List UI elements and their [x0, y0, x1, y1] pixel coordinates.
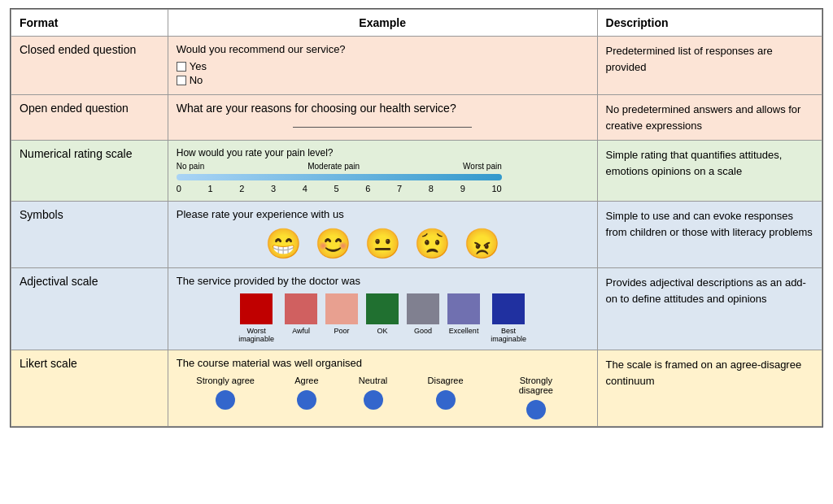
checkbox-no: No — [177, 74, 346, 86]
format-cell-symbols: Symbols — [11, 202, 168, 268]
scale-num-1: 1 — [208, 184, 213, 193]
example-cell-adjectival: The service provided by the doctor was W… — [168, 268, 597, 350]
format-label-likert: Likert scale — [20, 357, 77, 370]
color-box-item-0: Worst imaginable — [236, 293, 277, 343]
color-box-item-1: Awful — [285, 293, 317, 343]
open-example: What are your reasons for choosing our h… — [177, 102, 589, 128]
likert-circle-0 — [216, 390, 235, 410]
color-box-item-3: OK — [366, 293, 399, 343]
color-box-item-2: Poor — [325, 293, 358, 343]
desc-text-open: No predetermined answers and allows for … — [606, 103, 801, 132]
scale-num-0: 0 — [177, 184, 181, 193]
example-cell-closed: Would you recommend our service? Yes No — [168, 37, 597, 95]
scale-label-left: No pain — [177, 162, 204, 171]
checkbox-yes: Yes — [177, 60, 346, 72]
scale-label-row: No pain Moderate pain Worst pain — [177, 162, 502, 171]
desc-cell-open: No predetermined answers and allows for … — [597, 95, 822, 141]
color-label-2: Poor — [334, 327, 350, 335]
desc-cell-adjectival: Provides adjectival descriptions as an a… — [597, 268, 822, 350]
scale-numbers: 0 1 2 3 4 5 6 7 8 9 10 — [177, 184, 502, 193]
header-description: Description — [597, 10, 822, 37]
color-box-1 — [285, 293, 317, 324]
emoji-2: 😊 — [315, 227, 351, 261]
example-cell-likert: The course material was well organised S… — [168, 350, 597, 427]
closed-question: Would you recommend our service? — [177, 43, 346, 55]
likert-col-0: Strongly agree — [196, 376, 255, 419]
scale-track — [177, 174, 502, 180]
likert-circle-4 — [526, 400, 546, 419]
format-cell-open: Open ended question — [11, 95, 168, 141]
emoji-5: 😠 — [464, 227, 500, 261]
likert-question: The course material was well organised — [177, 357, 589, 369]
likert-col-2: Neutral — [359, 376, 387, 419]
likert-circle-3 — [436, 390, 456, 410]
emoji-3: 😐 — [364, 227, 401, 261]
likert-label-0: Strongly agree — [196, 376, 255, 385]
example-cell-numerical: How would you rate your pain level? No p… — [168, 141, 597, 202]
color-box-item-4: Good — [407, 293, 439, 343]
color-boxes-row: Worst imaginable Awful Poor — [177, 293, 589, 343]
likert-label-2: Neutral — [359, 376, 387, 385]
table-row: Open ended question What are your reason… — [11, 95, 822, 141]
format-cell-adjectival: Adjectival scale — [11, 268, 168, 350]
scale-num-2: 2 — [239, 184, 244, 193]
closed-example: Would you recommend our service? Yes No — [177, 43, 346, 88]
scale-num-5: 5 — [334, 184, 339, 193]
desc-cell-likert: The scale is framed on an agree-disagree… — [597, 350, 822, 427]
likert-example: The course material was well organised S… — [177, 357, 589, 419]
color-box-0 — [240, 293, 273, 324]
scale-num-8: 8 — [429, 184, 434, 193]
header-format: Format — [11, 10, 168, 37]
numerical-question: How would you rate your pain level? — [177, 147, 502, 159]
scale-label-mid: Moderate pain — [307, 162, 360, 171]
desc-text-symbols: Simple to use and can evoke responses fr… — [606, 210, 813, 238]
format-cell-closed: Closed ended question — [11, 37, 168, 95]
desc-cell-symbols: Simple to use and can evoke responses fr… — [597, 202, 822, 268]
adjectival-example: The service provided by the doctor was W… — [177, 275, 589, 343]
color-label-3: OK — [377, 327, 388, 335]
adjectival-question: The service provided by the doctor was — [177, 275, 589, 287]
desc-cell-numerical: Simple rating that quantifies attitudes,… — [597, 141, 822, 202]
likert-circle-2 — [364, 390, 383, 410]
emoji-row: 😁 😊 😐 😟 😠 — [177, 227, 589, 261]
format-label-symbols: Symbols — [20, 208, 63, 221]
color-label-0: Worst imaginable — [236, 327, 277, 343]
desc-text-adjectival: Provides adjectival descriptions as an a… — [606, 276, 806, 305]
scale-num-4: 4 — [303, 184, 307, 193]
color-label-5: Excellent — [449, 327, 479, 335]
desc-text-likert: The scale is framed on an agree-disagree… — [606, 358, 802, 387]
scale-num-3: 3 — [271, 184, 276, 193]
open-question: What are your reasons for choosing our h… — [177, 102, 589, 115]
main-table-container: Format Example Description Closed ended … — [10, 8, 823, 428]
numerical-example: How would you rate your pain level? No p… — [177, 147, 502, 193]
scale-num-6: 6 — [365, 184, 370, 193]
likert-label-1: Agree — [294, 376, 318, 385]
desc-cell-closed: Predetermined list of responses are prov… — [597, 37, 822, 95]
checkbox-box-yes — [177, 62, 186, 72]
format-cell-numerical: Numerical rating scale — [11, 141, 168, 202]
format-label-open: Open ended question — [20, 102, 129, 115]
desc-text-closed: Predetermined list of responses are prov… — [606, 45, 773, 73]
format-label-closed: Closed ended question — [20, 43, 136, 56]
color-box-2 — [325, 293, 358, 324]
example-cell-symbols: Please rate your experience with us 😁 😊 … — [168, 202, 597, 268]
emoji-1: 😁 — [265, 227, 302, 261]
color-label-4: Good — [414, 327, 432, 335]
likert-col-4: Strongly disagree — [504, 376, 569, 419]
checkbox-label-no: No — [190, 74, 203, 86]
likert-circle-1 — [297, 390, 316, 410]
likert-options-row: Strongly agree Agree Neutral — [177, 376, 589, 419]
table-row: Symbols Please rate your experience with… — [11, 202, 822, 268]
scale-num-9: 9 — [460, 184, 465, 193]
header-example: Example — [168, 10, 597, 37]
table-header-row: Format Example Description — [11, 10, 822, 37]
checkbox-box-no — [177, 76, 186, 85]
checkbox-label-yes: Yes — [190, 60, 207, 72]
likert-col-3: Disagree — [428, 376, 464, 419]
comparison-table: Format Example Description Closed ended … — [11, 9, 822, 427]
scale-num-7: 7 — [397, 184, 402, 193]
format-cell-likert: Likert scale — [11, 350, 168, 427]
symbols-example: Please rate your experience with us 😁 😊 … — [177, 208, 589, 261]
color-box-6 — [492, 293, 525, 324]
color-box-3 — [366, 293, 399, 324]
